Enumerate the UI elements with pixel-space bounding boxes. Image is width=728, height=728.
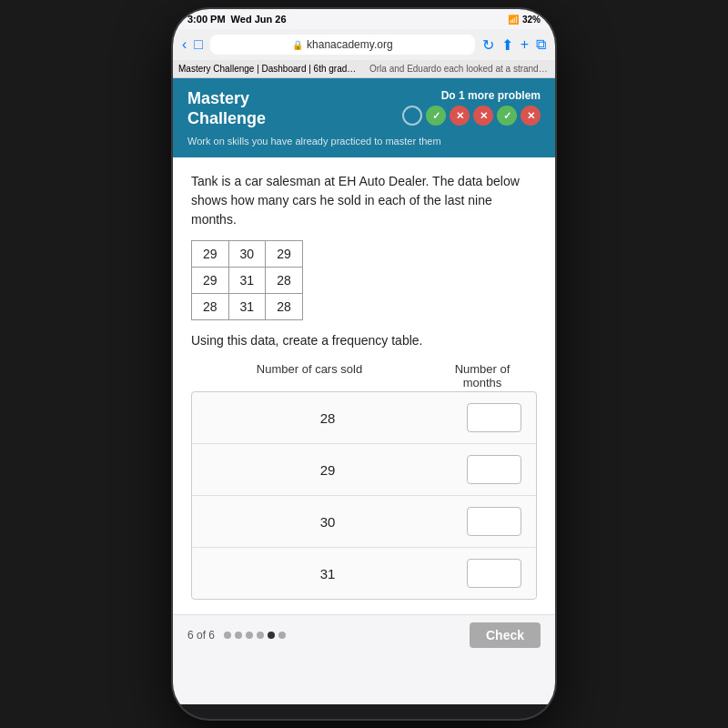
circle-1 (402, 106, 422, 126)
freq-input-31[interactable] (467, 559, 521, 588)
tab-1[interactable]: Mastery Challenge | Dashboard | 6th grad… (173, 60, 364, 77)
freq-input-28[interactable] (467, 403, 521, 432)
cell-1-2: 30 (228, 241, 266, 268)
url-text: khanacademy.org (307, 38, 393, 51)
battery: 32% (522, 15, 541, 25)
circle-5: ✓ (497, 106, 517, 126)
wifi-icon: 📶 (508, 15, 519, 25)
circle-6: ✕ (521, 106, 541, 126)
freq-table-body: 28 29 30 31 (191, 391, 537, 600)
status-bar: 3:00 PM Wed Jun 26 📶 32% (173, 9, 555, 29)
cell-3-3: 28 (266, 294, 303, 320)
freq-input-29[interactable] (467, 455, 521, 484)
share-icon[interactable]: ⬆ (501, 36, 513, 54)
do-more-section: Do 1 more problem ✓ ✕ ✕ ✓ ✕ (402, 89, 541, 126)
freq-row-28: 28 (192, 392, 536, 444)
check-button[interactable]: Check (470, 622, 541, 648)
cell-1-1: 29 (192, 241, 229, 268)
dot-3 (246, 632, 253, 639)
instruction-text: Using this data, create a frequency tabl… (191, 333, 537, 348)
freq-value-30: 30 (207, 514, 467, 530)
freq-value-28: 28 (207, 410, 467, 426)
freq-header: Number of cars sold Number of months (191, 362, 537, 389)
data-row-2: 29 31 28 (192, 268, 303, 294)
page-indicator: 6 of 6 (187, 629, 286, 642)
tab-2[interactable]: Orla and Eduardo each looked at a strand… (364, 60, 555, 77)
data-row-3: 28 31 28 (192, 294, 303, 320)
freq-row-29: 29 (192, 444, 536, 496)
cell-3-1: 28 (192, 294, 229, 320)
khan-header: Mastery Challenge Do 1 more problem ✓ ✕ … (173, 78, 555, 157)
freq-value-31: 31 (207, 566, 467, 581)
mastery-title: Mastery Challenge (187, 89, 266, 128)
reload-icon[interactable]: ↻ (482, 36, 494, 54)
browser-actions: ↻ ⬆ + ⧉ (482, 36, 546, 54)
data-table: 29 30 29 29 31 28 28 31 28 (191, 240, 303, 320)
dot-4 (257, 632, 264, 639)
back-button[interactable]: ‹ (182, 36, 187, 53)
circle-4: ✕ (473, 106, 493, 126)
data-row-1: 29 30 29 (192, 241, 303, 268)
browser-nav: ‹ □ (182, 36, 203, 53)
time: 3:00 PM (187, 14, 226, 25)
lock-icon: 🔒 (292, 40, 303, 50)
problem-text: Tank is a car salesman at EH Auto Dealer… (191, 172, 537, 229)
progress-circles: ✓ ✕ ✕ ✓ ✕ (402, 106, 541, 126)
cell-2-2: 31 (228, 268, 266, 294)
cell-2-1: 29 (192, 268, 229, 294)
dot-2 (235, 632, 242, 639)
phone-frame: 3:00 PM Wed Jun 26 📶 32% ‹ □ 🔒 khanacade… (173, 9, 555, 719)
col2-header: Number of months (437, 362, 528, 389)
freq-row-31: 31 (192, 548, 536, 599)
tab-bar: Mastery Challenge | Dashboard | 6th grad… (173, 60, 555, 78)
problem-area: Tank is a car salesman at EH Auto Dealer… (173, 157, 555, 614)
dot-1 (224, 632, 231, 639)
dot-5 (268, 632, 275, 639)
cell-1-3: 29 (266, 241, 303, 268)
tabs-icon[interactable]: ⧉ (536, 36, 546, 53)
dot-6 (278, 632, 286, 639)
col1-header: Number of cars sold (200, 362, 437, 389)
cell-3-2: 31 (228, 294, 266, 320)
plus-icon[interactable]: + (521, 36, 529, 53)
freq-input-30[interactable] (467, 507, 521, 536)
page-text: 6 of 6 (187, 629, 215, 642)
date: Wed Jun 26 (231, 14, 287, 25)
bottom-bar: 6 of 6 Check (173, 614, 555, 655)
cell-2-3: 28 (266, 268, 303, 294)
circle-3: ✕ (450, 106, 470, 126)
do-more-text: Do 1 more problem (402, 89, 541, 102)
bookmarks-button[interactable]: □ (194, 36, 203, 53)
frequency-table: Number of cars sold Number of months 28 … (191, 362, 537, 600)
page-content: Mastery Challenge Do 1 more problem ✓ ✕ … (173, 78, 555, 704)
freq-value-29: 29 (207, 462, 467, 478)
browser-bar: ‹ □ 🔒 khanacademy.org ↻ ⬆ + ⧉ (173, 29, 555, 60)
url-bar[interactable]: 🔒 khanacademy.org (210, 35, 475, 55)
khan-subtitle: Work on skills you have already practice… (187, 136, 541, 147)
freq-row-30: 30 (192, 496, 536, 548)
circle-2: ✓ (426, 106, 446, 126)
